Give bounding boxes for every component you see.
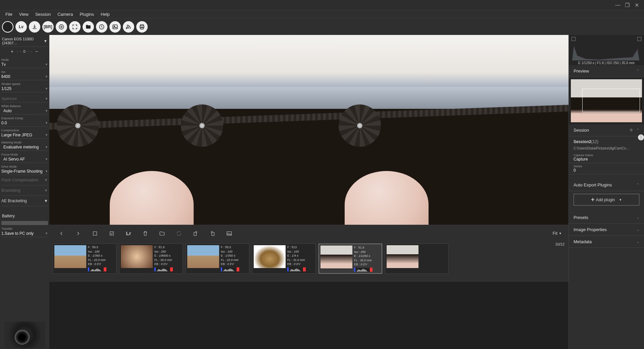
thumbnail-info: F : f/9.5Iso : 100E : 1/350 sFL : 22.0 m… <box>86 245 106 272</box>
ev-plus[interactable]: + <box>8 49 17 54</box>
shutter-label: Shutter speed <box>1 82 48 86</box>
image-toolbar: LrFit▼ <box>49 225 568 242</box>
side-tab-button[interactable]: ⋮ <box>638 134 644 140</box>
histogram-shadow-clip-icon[interactable] <box>572 37 576 41</box>
comp-label: Compression <box>1 129 48 132</box>
chevron-down-icon: ▼ <box>45 145 48 149</box>
menu-help[interactable]: Help <box>97 12 113 17</box>
prev-button[interactable] <box>56 228 67 239</box>
rotate-right-button[interactable] <box>207 228 218 239</box>
chevron-down-icon: ▼ <box>44 39 47 43</box>
exposure-scale[interactable]: + · · 0 · · − <box>1 47 48 56</box>
wb-select[interactable]: Auto▼ <box>1 108 48 115</box>
unmark-button[interactable] <box>90 228 100 239</box>
bracketing-button[interactable]: [BR] <box>42 21 54 33</box>
focus-select[interactable]: AI Servo AF▼ <box>1 156 48 163</box>
series-input[interactable]: 0 <box>569 168 644 174</box>
preview-section-header[interactable]: Preview ⌃ <box>569 65 644 77</box>
filmstrip-item[interactable] <box>385 244 449 274</box>
session-name-row[interactable]: Session2(12) <box>569 136 644 146</box>
flash-comp-section[interactable]: Flash Compensation▼ <box>1 175 48 185</box>
zoom-fit-select[interactable]: Fit▼ <box>553 231 562 236</box>
compression-select[interactable]: Large Fine JPEG▼ <box>1 132 48 139</box>
print-button[interactable] <box>136 21 148 33</box>
metering-select[interactable]: Evaluative metering▼ <box>1 144 48 151</box>
drive-select[interactable]: Single-Frame Shooting▼ <box>1 168 48 175</box>
download-button[interactable] <box>29 21 40 33</box>
timer-button[interactable] <box>96 21 107 33</box>
filmstrip-item[interactable]: F : f/9.5Iso : 100E : 1/350 sFL : 22.0 m… <box>53 244 116 274</box>
right-panel: E 1/1250 s | F1.8 | ISO 250 | 35.0 mm Pr… <box>568 35 644 349</box>
mode-select[interactable]: Tv▼ <box>1 61 48 68</box>
menu-session[interactable]: Session <box>32 12 54 17</box>
chevron-down-icon: ▼ <box>45 121 48 125</box>
ae-bracketing-section[interactable]: AE Bracketing▼ <box>1 196 48 206</box>
gear-icon[interactable]: ⚙ <box>630 128 633 132</box>
delete-button[interactable] <box>140 228 151 239</box>
session-section-header[interactable]: Session ⚙ ⌃ <box>569 124 644 136</box>
thumbnail-image <box>387 245 418 268</box>
wifi-button[interactable] <box>123 21 134 33</box>
filmstrip-item[interactable]: F : f/9.5Iso : 100E : 1/350 sFL : 22.0 m… <box>186 244 249 274</box>
evc-select[interactable]: 0.0▼ <box>1 120 48 127</box>
chevron-down-icon: ▼ <box>45 63 48 66</box>
chevron-up-icon: ⌃ <box>636 183 639 187</box>
menu-view[interactable]: View <box>16 12 32 17</box>
edit-image-button[interactable] <box>224 228 235 239</box>
lightroom-button[interactable]: Lr <box>123 228 134 239</box>
filmstrip-item[interactable]: F : f/13Iso : 100E : 1/4 sFL : 31.0 mmEB… <box>252 244 316 274</box>
open-folder-button[interactable] <box>157 228 167 239</box>
window-titlebar: ― ❐ ✕ <box>0 0 644 10</box>
image-button[interactable] <box>109 21 121 33</box>
add-plugin-button[interactable]: + Add plugin ▼ <box>574 194 639 206</box>
bracketing-section[interactable]: Bracketing▼ <box>1 185 48 196</box>
preview-viewport-rect[interactable] <box>582 89 640 112</box>
maximize-button[interactable]: ❐ <box>623 2 632 8</box>
filmstrip-item[interactable]: F : f/1.8Iso : 250E : 1/8000 sFL : 35.0 … <box>119 244 183 274</box>
svg-point-0 <box>5 24 10 29</box>
autoexport-section-header[interactable]: Auto Export Plugins ⌃ <box>569 179 644 191</box>
capture-name-input[interactable]: Capture <box>569 157 644 163</box>
filmstrip-item[interactable]: F : f/1.8Iso : 250E : 1/1250 sFL : 35.0 … <box>318 244 382 274</box>
camera-selector[interactable]: Canon EOS 1100D (24307… ▼ <box>1 36 48 47</box>
presets-section-header[interactable]: Presets ⌄ <box>569 212 644 224</box>
battery-bar <box>1 221 48 225</box>
refresh-button[interactable] <box>174 228 184 239</box>
thumbnail-image <box>54 245 86 268</box>
next-button[interactable] <box>73 228 84 239</box>
chevron-down-icon: ⌄ <box>636 239 639 244</box>
metadata-section-header[interactable]: Metadata ⌄ <box>569 236 644 248</box>
menu-file[interactable]: File <box>2 12 16 17</box>
camera-image <box>5 321 45 348</box>
minimize-button[interactable]: ― <box>613 2 623 8</box>
chevron-up-icon: ⌃ <box>636 128 639 132</box>
image-properties-section-header[interactable]: Image Properties ⌄ <box>569 224 644 236</box>
preview-thumbnail[interactable] <box>569 77 644 124</box>
ev-center: 0 <box>23 49 26 53</box>
liveview-button[interactable]: Lv <box>15 21 27 33</box>
shutter-select[interactable]: 1/125▼ <box>1 86 48 92</box>
iso-select[interactable]: 6400▼ <box>1 74 48 80</box>
rotate-left-button[interactable] <box>190 228 201 239</box>
ev-minus[interactable]: − <box>33 49 41 54</box>
series-label: Series <box>569 163 644 168</box>
thumbnail-info <box>418 245 420 272</box>
histogram[interactable]: E 1/1250 s | F1.8 | ISO 250 | 35.0 mm <box>569 35 644 65</box>
menu-plugins[interactable]: Plugins <box>76 12 97 17</box>
transfer-select[interactable]: 1.Save to PC only▼ <box>1 230 48 237</box>
chevron-down-icon: ▼ <box>559 232 562 235</box>
fullscreen-button[interactable] <box>69 21 81 33</box>
svg-point-2 <box>61 26 62 28</box>
autofocus-button[interactable] <box>56 21 67 33</box>
capture-button[interactable] <box>2 21 13 33</box>
main-preview-image[interactable] <box>49 35 568 225</box>
session-path: C:\Users\Duka\Pictures\digiCamCo… <box>569 146 644 152</box>
filmstrip[interactable]: F : f/9.5Iso : 100E : 1/350 sFL : 22.0 m… <box>49 242 568 274</box>
histogram-highlight-clip-icon[interactable] <box>637 37 641 41</box>
mark-button[interactable] <box>106 228 117 239</box>
aperture-select[interactable]: Aperture▼ <box>1 96 48 102</box>
menu-camera[interactable]: Camera <box>54 12 76 17</box>
chevron-down-icon: ▼ <box>45 158 48 161</box>
close-button[interactable]: ✕ <box>632 2 641 8</box>
folder-button[interactable] <box>83 21 94 33</box>
